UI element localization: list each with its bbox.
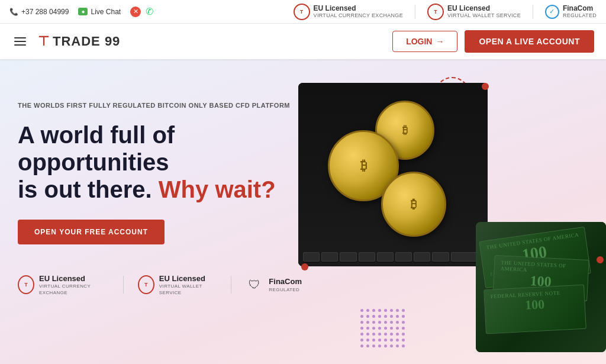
top-bar: 📞 +37 288 04999 ● Live Chat ✕ ✆ T EU Lic… [0, 0, 606, 24]
license-title-1: EU Licensed [314, 4, 403, 12]
corner-dot-bottom-left [301, 263, 308, 270]
license-badge-1: T EU Licensed VIRTUAL CURRENCY EXCHANGE [294, 4, 403, 20]
hamburger-menu[interactable] [12, 35, 28, 48]
badge-text-2: EU Licensed VIRTUAL WALLET SERVICE [159, 274, 217, 297]
badge-text-3: FinaCom REGULATED [269, 277, 302, 293]
money-image-inner: THE UNITED STATES OF AMERICA 100 E 71870… [476, 222, 606, 352]
badge-title-3: FinaCom [269, 277, 302, 287]
license-sub-2: VIRTUAL WALLET SERVICE [447, 12, 521, 19]
dollar-bill-3: FEDERAL RESERVE NOTE 100 [483, 285, 586, 334]
live-chat-label: Live Chat [91, 8, 121, 16]
hero-subtitle: THE WORLDS FIRST FULLY REGULATED BITCOIN… [18, 101, 302, 111]
bitcoin-image: ₿ ₿ ₿ [298, 83, 488, 266]
login-button[interactable]: LOGIN → [392, 31, 457, 52]
license-text-1: EU Licensed VIRTUAL CURRENCY EXCHANGE [314, 4, 403, 19]
hero-section: THE WORLDS FIRST FULLY REGULATED BITCOIN… [0, 59, 606, 364]
badge-divider-2 [231, 276, 231, 294]
live-chat-badge: ● [78, 8, 88, 15]
whatsapp-icon[interactable]: ✆ [146, 6, 153, 17]
hero-title-part1: A world full of opportunities [18, 122, 175, 175]
license-logo-1: T [294, 4, 310, 20]
social-icons: ✕ ✆ [130, 6, 153, 17]
phone-number: +37 288 04999 [21, 8, 69, 16]
money-image: THE UNITED STATES OF AMERICA 100 E 71870… [476, 222, 606, 352]
phone-contact[interactable]: 📞 +37 288 04999 [9, 8, 69, 16]
badge-item-2: T EU Licensed VIRTUAL WALLET SERVICE [138, 274, 217, 297]
badge-sub-2: VIRTUAL WALLET SERVICE [159, 284, 217, 296]
nav-left: ⊤ TRADE 99 [12, 34, 120, 49]
license-logo-2: T [427, 4, 444, 20]
finacom-badge: ✓ FinaCom REGULATED [545, 4, 597, 19]
logo-text: TRADE 99 [53, 34, 120, 49]
badge-logo-small-2: T [138, 275, 154, 294]
logo-icon: ⊤ [38, 34, 49, 49]
badge-title-1: EU Licensed [39, 274, 109, 284]
finacom-sub: REGULATED [563, 12, 597, 19]
bitcoin-image-inner: ₿ ₿ ₿ [298, 83, 488, 266]
hero-content: THE WORLDS FIRST FULLY REGULATED BITCOIN… [18, 101, 302, 296]
divider-1 [415, 5, 415, 19]
badge-item-3: 🛡 FinaCom REGULATED [245, 275, 302, 294]
license-text-2: EU Licensed VIRTUAL WALLET SERVICE [447, 4, 521, 19]
badge-text-1: EU Licensed VIRTUAL CURRENCY EXCHANGE [39, 274, 109, 297]
top-bar-left: 📞 +37 288 04999 ● Live Chat ✕ ✆ [9, 6, 153, 17]
logo[interactable]: ⊤ TRADE 99 [38, 34, 120, 49]
dots-grid-purple [360, 309, 405, 347]
hero-title-accent: Why wait? [159, 176, 276, 202]
badge-title-2: EU Licensed [159, 274, 217, 284]
top-bar-right: T EU Licensed VIRTUAL CURRENCY EXCHANGE … [294, 4, 597, 20]
nav-right: LOGIN → OPEN A LIVE ACCOUNT [392, 30, 594, 53]
main-nav: ⊤ TRADE 99 LOGIN → OPEN A LIVE ACCOUNT [0, 24, 606, 59]
license-sub-1: VIRTUAL CURRENCY EXCHANGE [314, 12, 403, 19]
corner-dot-top-left [482, 83, 489, 90]
badge-sub-3: REGULATED [269, 287, 302, 293]
close-icon[interactable]: ✕ [130, 7, 141, 17]
free-account-button[interactable]: OPEN YOUR FREE ACCOUNT [18, 220, 165, 244]
finacom-title: FinaCom [563, 4, 597, 12]
phone-icon: 📞 [9, 8, 18, 16]
bitcoin-coin-3: ₿ [381, 172, 446, 237]
badge-item-1: T EU Licensed VIRTUAL CURRENCY EXCHANGE [18, 274, 109, 297]
license-title-2: EU Licensed [447, 4, 521, 12]
license-badges-row: T EU Licensed VIRTUAL CURRENCY EXCHANGE … [18, 274, 302, 297]
corner-dot-money-right [597, 256, 604, 263]
hero-title-part2: is out there. [18, 176, 152, 202]
hero-title: A world full of opportunities is out the… [18, 121, 302, 203]
badge-logo-small-1: T [18, 275, 34, 294]
shield-icon: 🛡 [245, 275, 264, 294]
finacom-logo: ✓ [545, 5, 559, 19]
badge-divider-1 [123, 276, 124, 294]
open-live-account-button[interactable]: OPEN A LIVE ACCOUNT [465, 30, 594, 53]
license-badge-2: T EU Licensed VIRTUAL WALLET SERVICE [427, 4, 521, 20]
login-arrow-icon: → [436, 37, 444, 46]
live-chat-contact[interactable]: ● Live Chat [78, 8, 121, 16]
badge-sub-1: VIRTUAL CURRENCY EXCHANGE [39, 284, 109, 296]
divider-2 [533, 5, 533, 19]
hero-images: T ₿ ₿ [263, 59, 606, 364]
finacom-text: FinaCom REGULATED [563, 4, 597, 19]
